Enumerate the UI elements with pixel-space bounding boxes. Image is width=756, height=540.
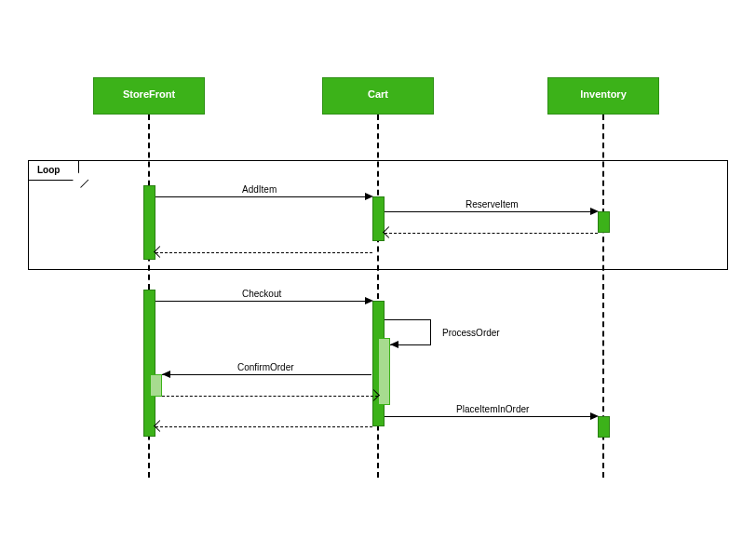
actor-inventory: Inventory [547, 77, 659, 115]
msg-checkout-label: Checkout [242, 289, 281, 299]
msg-processorder-arrow [390, 341, 398, 348]
msg-checkout-return [155, 426, 372, 427]
msg-processorder-top [385, 319, 431, 320]
msg-reserveitem-return [385, 233, 598, 234]
activation-inventory-1 [598, 211, 610, 233]
msg-additem-arrow [365, 193, 373, 200]
activation-storefront-1 [143, 185, 155, 260]
activation-cart-1 [372, 196, 385, 241]
msg-reserveitem-arrow [590, 208, 599, 215]
msg-additem-line [155, 196, 366, 197]
msg-additem-label: AddItem [242, 184, 277, 195]
actor-label: Inventory [580, 88, 627, 100]
msg-confirmorder-arrow [162, 371, 170, 378]
msg-additem-return [155, 252, 372, 253]
msg-reserveitem-line [385, 211, 591, 212]
msg-processorder-side [430, 319, 431, 344]
actor-label: StoreFront [123, 88, 175, 100]
loop-label: Loop [28, 160, 79, 181]
msg-placeitem-line [385, 416, 591, 417]
msg-reserveitem-label: ReserveItem [466, 199, 519, 209]
msg-checkout-return-arrow [154, 420, 166, 432]
activation-storefront-inner [150, 374, 162, 397]
msg-confirmorder-return [162, 396, 378, 397]
msg-placeitem-label: PlaceItemInOrder [456, 404, 529, 414]
actor-cart: Cart [322, 77, 434, 115]
actor-label: Cart [368, 88, 388, 100]
msg-placeitem-arrow [590, 412, 599, 420]
msg-checkout-arrow [365, 297, 373, 304]
fragment-label-text: Loop [37, 165, 60, 175]
activation-storefront-2 [143, 290, 155, 437]
sequence-diagram: StoreFront Cart Inventory Loop AddItem R… [0, 0, 756, 540]
actor-storefront: StoreFront [93, 77, 205, 115]
activation-inventory-2 [598, 416, 610, 438]
msg-processorder-label: ProcessOrder [442, 328, 500, 338]
msg-checkout-line [155, 301, 366, 302]
msg-confirmorder-line [162, 374, 371, 375]
msg-confirmorder-label: ConfirmOrder [237, 362, 294, 372]
